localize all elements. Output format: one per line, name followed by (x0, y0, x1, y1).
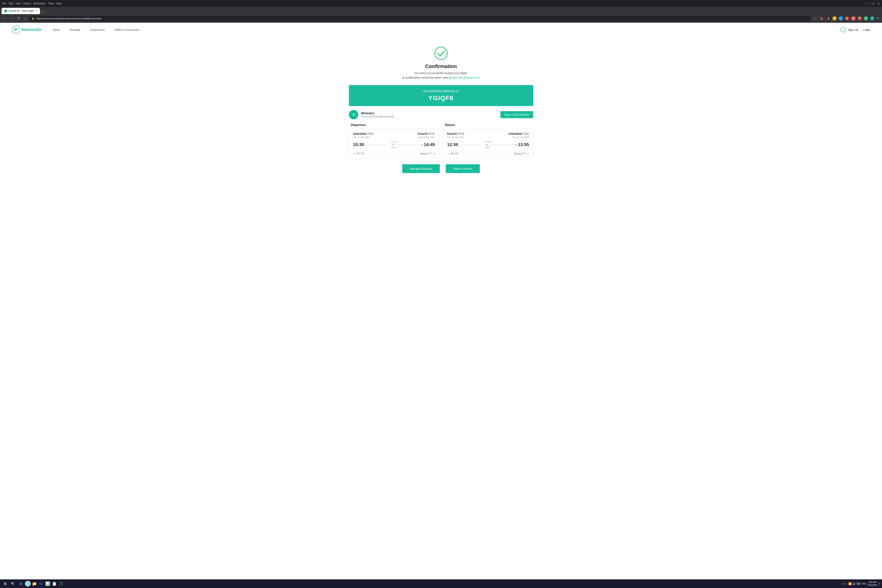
ext-icon-g[interactable]: G (864, 16, 868, 21)
flight-cards-row: Departure Islamabad (ISB) Karachi (KHI) (349, 123, 533, 158)
logo-icon (12, 26, 20, 34)
menu-edit[interactable]: Edit (9, 2, 13, 5)
itinerary-plane-icon: ✈ (349, 110, 358, 119)
menu-history[interactable]: History (24, 2, 31, 5)
departure-origin-code: (ISB) (367, 132, 374, 135)
departure-timeline-line: 1 hr 15 m ✈ Direct (365, 141, 423, 148)
return-line-plane: ✈ (459, 143, 517, 146)
browser-ext-icon[interactable]: ○ (838, 16, 843, 21)
new-tab-button[interactable]: + (40, 10, 46, 14)
departure-origin-date: Sat, 25 Dec 2021 (353, 136, 370, 138)
ext-icon-m[interactable]: M (858, 16, 862, 21)
ext-icon-sc[interactable]: SC (851, 16, 855, 21)
departure-duration: 1 hr 15 m (390, 141, 398, 143)
close-button[interactable]: ✕ (877, 2, 880, 5)
nav-book[interactable]: Book (53, 28, 60, 32)
active-tab[interactable]: Serene Air - Select flight ✕ (2, 8, 40, 14)
extensions-menu-icon[interactable]: ≡ (876, 16, 880, 21)
forward-button[interactable]: → (9, 16, 15, 21)
address-bar-row: ← → ↻ ⌂ 🔒 https://serene-production-ezyc… (0, 14, 882, 23)
return-dot (516, 144, 517, 146)
return-label: Return (443, 123, 533, 127)
back-button[interactable]: ← (2, 16, 8, 21)
gmail-icon[interactable]: M (832, 16, 837, 21)
lock-icon: 🔒 (32, 17, 34, 20)
login-link[interactable]: Login (863, 28, 870, 32)
booking-banner: Your booking reference is: YGIQF6 (349, 85, 533, 106)
browser-menu[interactable]: File Edit View History Bookmarks Tools H… (2, 2, 61, 5)
page-content: SereneAir Book Manage Experience Offers … (0, 23, 882, 181)
departure-aircraft-plane-icon: ✈ (433, 152, 435, 155)
logo[interactable]: SereneAir (12, 26, 42, 34)
refresh-button[interactable]: ↻ (16, 16, 21, 21)
departure-card: Islamabad (ISB) Karachi (KHI) Sat, 25 De… (349, 129, 439, 158)
bookmark-star-icon[interactable]: ☆ (813, 16, 817, 21)
departure-dest: Karachi (KHI) (418, 132, 435, 135)
departure-origin-city: Islamabad (353, 132, 366, 135)
departure-direct: Direct (392, 146, 396, 148)
confirmation-email-link[interactable]: john.doe@gmail.com (452, 76, 480, 79)
back-to-home-button[interactable]: Back to Home (446, 164, 480, 173)
menu-help[interactable]: Help (56, 2, 61, 5)
tab-favicon (4, 10, 7, 12)
return-direct: Direct (486, 146, 490, 148)
manage-booking-button[interactable]: Manage Booking (402, 164, 440, 173)
booking-ref-code: YGIQF6 (349, 94, 533, 102)
logo-text: SereneAir (21, 27, 42, 32)
itinerary-subtitle: This is your final flight schedule (361, 115, 394, 118)
itinerary-header: ✈ Itinerary This is your final flight sc… (349, 110, 533, 119)
return-aircraft-plane-icon: ✈ (527, 152, 529, 155)
nav-manage[interactable]: Manage (70, 28, 80, 32)
tab-bar: Serene Air - Select flight ✕ + (0, 7, 882, 14)
return-timeline-line: 1 hr 25 m ✈ Direct (459, 141, 517, 148)
return-aircraft-text: Boeing 777 (514, 152, 526, 155)
return-flight-num-text: ER 725 (450, 152, 458, 155)
return-dates-row: Thu, 20 Jan 2022 Thu, 20 Jan 2022 (447, 136, 529, 140)
tab-title: Serene Air - Select flight (9, 10, 34, 12)
browser-chrome: File Edit View History Bookmarks Tools H… (0, 0, 882, 23)
departure-line-plane: ✈ (365, 143, 423, 146)
return-dest-code: (ISB) (523, 132, 529, 135)
return-arrive-time: 13:55 (518, 142, 529, 147)
menu-file[interactable]: File (2, 2, 6, 5)
return-plane-icon: ✈ (486, 143, 488, 146)
return-card: Karachi (KHI) Islamabad (ISB) Thu, 20 Ja… (443, 129, 533, 158)
auth-user-icon: ☺ (840, 27, 846, 32)
confirmation-email: A confirmation email has been sent to jo… (349, 76, 533, 79)
booking-ref-label: Your booking reference is: (349, 89, 533, 93)
email-prefix-text: A confirmation email has been sent to (402, 76, 452, 79)
auth-links: ☺ Sign Up | Login (840, 27, 870, 32)
menu-tools[interactable]: Tools (48, 2, 54, 5)
home-nav-button[interactable]: ⌂ (23, 16, 27, 21)
minimize-button[interactable]: ─ (867, 2, 868, 5)
window-controls[interactable]: ─ ☐ ✕ (867, 2, 880, 5)
save-print-button[interactable]: Save / Print Itinerary (500, 111, 533, 118)
ext-icon-red[interactable]: ■ (845, 16, 849, 21)
departure-route-row: Islamabad (ISB) Karachi (KHI) (353, 132, 435, 135)
return-dest-city: Islamabad (508, 132, 522, 135)
return-route-row: Karachi (KHI) Islamabad (ISB) (447, 132, 529, 135)
return-origin-date: Thu, 20 Jan 2022 (447, 136, 464, 138)
nav-links: Book Manage Experience Offers & Discount… (53, 28, 840, 32)
menu-bookmarks[interactable]: Bookmarks (33, 2, 45, 5)
nav-experience[interactable]: Experience (90, 28, 105, 32)
itinerary-title-text: Itinerary This is your final flight sche… (361, 111, 394, 118)
pocket-icon[interactable]: 🔖 (819, 16, 824, 21)
departure-arrive-time: 14:45 (424, 142, 435, 147)
tab-close-button[interactable]: ✕ (36, 10, 37, 12)
url-text[interactable]: https://serene-production-ezycommerce.ez… (36, 17, 102, 20)
return-timeline: 12:30 1 hr 25 m ✈ Direct 13:55 (447, 141, 529, 148)
address-bar[interactable]: 🔒 https://serene-production-ezycommerce.… (29, 16, 811, 21)
departure-dates-row: Sat, 25 Dec 2021 Sat, 25 Dec 2021 (353, 136, 435, 140)
ext-icon-teal[interactable]: T (870, 16, 874, 21)
signup-link[interactable]: Sign Up (848, 28, 858, 32)
return-origin: Karachi (KHI) (447, 132, 464, 135)
download-icon[interactable]: ⬇ (826, 16, 831, 21)
confirmation-section: Confirmation You have successfully booke… (349, 42, 533, 81)
departure-dest-code: (KHI) (429, 132, 435, 135)
nav-offers[interactable]: Offers & Discounts (115, 28, 139, 32)
departure-flight-num-text: ER 724 (356, 152, 364, 155)
menu-view[interactable]: View (16, 2, 21, 5)
maximize-button[interactable]: ☐ (872, 2, 874, 5)
departure-flight-number: 🛩 ER 724 (353, 152, 364, 155)
